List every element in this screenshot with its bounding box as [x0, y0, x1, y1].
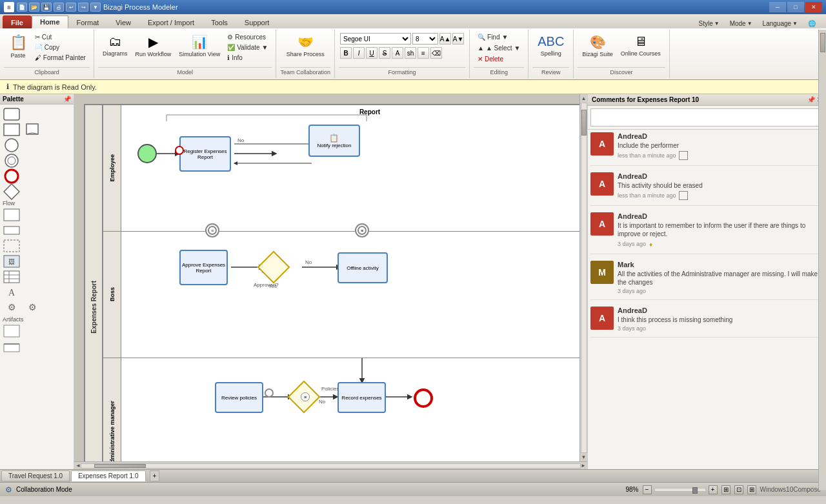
image-shape[interactable]: 🖼 [3, 254, 21, 268]
h-scrollbar-track[interactable] [81, 463, 581, 469]
zoom-slider-track[interactable] [654, 488, 706, 492]
new-btn[interactable]: 📄 [17, 3, 27, 12]
tab-tools[interactable]: Tools [203, 15, 236, 28]
align-btn[interactable]: ≡ [418, 47, 429, 59]
offline-activity-task[interactable]: Offline activity [337, 252, 388, 283]
eraser-btn[interactable]: ⌫ [430, 47, 442, 59]
comments-scrollbar[interactable] [818, 30, 826, 490]
diamond-shape[interactable] [3, 185, 21, 199]
approved-gateway[interactable] [257, 251, 290, 284]
style-btn[interactable]: Style ▼ [696, 19, 721, 28]
redo-btn[interactable]: ↪ [78, 3, 88, 12]
circle-outline-shape[interactable] [3, 154, 21, 168]
flow-shape1[interactable] [3, 208, 21, 222]
record-expenses-task[interactable]: Record expenses [337, 382, 386, 413]
validate-btn[interactable]: ✅ Validate ▼ [225, 43, 270, 52]
comments-pin-icon[interactable]: 📌 [807, 96, 815, 103]
tab-format[interactable]: Format [68, 15, 108, 28]
grid-btn[interactable]: ⊞ [747, 485, 756, 494]
flow-shape3[interactable] [3, 239, 21, 253]
end-event-shape[interactable] [3, 169, 21, 183]
register-task[interactable]: Register Expenses Report [179, 136, 231, 172]
tab-home[interactable]: Home [32, 15, 68, 28]
circle-shape[interactable] [3, 138, 21, 152]
minimize-btn[interactable]: ─ [769, 2, 786, 12]
scroll-left-arrow[interactable]: ◄ [76, 463, 81, 469]
text-shape[interactable]: A [3, 285, 21, 299]
font-select[interactable]: Segoe UI [340, 33, 411, 45]
shadow-btn[interactable]: sh [405, 47, 416, 59]
vertical-scrollbar[interactable]: ▲ ▼ [579, 94, 587, 461]
h-scrollbar-thumb[interactable] [94, 464, 146, 468]
zoom-in-btn[interactable]: + [709, 485, 718, 494]
bizagi-suite-btn[interactable]: 🎨 Bizagi Suite [579, 32, 616, 59]
font-color-btn[interactable]: A [392, 47, 403, 59]
copy-btn[interactable]: 📄 Copy [32, 43, 88, 52]
print-btn[interactable]: 🖨 [54, 3, 64, 12]
spelling-btn[interactable]: ABC Spelling [534, 32, 567, 59]
canvas-scroll-area[interactable]: Expenses Report Employee [74, 94, 579, 461]
review-policies-task[interactable]: Review policies [215, 382, 263, 413]
table-shape[interactable] [3, 270, 21, 284]
gear-shape2[interactable]: ⚙ [23, 301, 41, 315]
zoom-out-btn[interactable]: − [643, 485, 652, 494]
zoom-slider-thumb[interactable] [692, 487, 698, 494]
simulation-view-btn[interactable]: 📊 Simulation View [176, 32, 223, 59]
scroll-down-arrow[interactable]: ▼ [581, 454, 587, 460]
customize-btn[interactable]: ▼ [90, 3, 101, 12]
rect-shape[interactable] [3, 123, 21, 137]
palette-pin-icon[interactable]: 📌 [63, 96, 71, 103]
tab-view[interactable]: View [107, 15, 139, 28]
horizontal-scrollbar[interactable]: ◄ ► [74, 461, 587, 469]
tab-export-import[interactable]: Export / Import [139, 15, 203, 28]
strike-btn[interactable]: S [379, 47, 390, 59]
comments-scroll-thumb[interactable] [820, 33, 825, 52]
run-workflow-btn[interactable]: ▶ Run Workflow [132, 32, 174, 59]
undo-btn[interactable]: ↩ [66, 3, 76, 12]
maximize-btn[interactable]: □ [787, 2, 804, 12]
select-btn[interactable]: ▲ ▲ Select ▼ [475, 43, 523, 53]
flow-shape2[interactable] [3, 223, 21, 237]
actual-size-btn[interactable]: ⊡ [734, 485, 743, 494]
tab-travel-request[interactable]: Travel Request 1.0 [1, 470, 70, 481]
comment-checkbox-2[interactable] [679, 191, 688, 200]
bold-btn[interactable]: B [340, 47, 352, 59]
close-btn[interactable]: ✕ [805, 2, 822, 12]
scroll-right-arrow[interactable]: ► [581, 463, 586, 469]
find-btn[interactable]: 🔍 Find ▼ [475, 32, 510, 42]
cut-btn[interactable]: ✂ Cut [32, 32, 88, 42]
italic-btn[interactable]: I [353, 47, 365, 59]
delete-btn[interactable]: ✕ Delete [475, 54, 506, 64]
diagrams-btn[interactable]: 🗂 Diagrams [99, 32, 131, 59]
scrollbar-thumb[interactable] [581, 110, 587, 136]
tab-support[interactable]: Support [236, 15, 278, 28]
scroll-up-arrow[interactable]: ▲ [581, 96, 587, 101]
comment-checkbox-1[interactable] [679, 151, 688, 160]
new-tab-btn[interactable]: + [150, 470, 160, 481]
font-decrease-btn[interactable]: A▼ [452, 33, 464, 45]
doc-shape[interactable] [23, 123, 41, 137]
tab-file[interactable]: File [3, 15, 32, 28]
share-process-btn[interactable]: 🤝 Share Process [283, 32, 328, 59]
mode-btn[interactable]: Mode ▼ [727, 19, 755, 28]
underline-btn[interactable]: U [366, 47, 378, 59]
notify-rejection-task[interactable]: 📋 Notify rejection [308, 125, 360, 157]
paste-btn[interactable]: 📋 Paste [5, 32, 31, 61]
help-btn[interactable]: 🌐 [805, 19, 818, 28]
comment-input[interactable] [590, 108, 823, 126]
fit-page-btn[interactable]: ⊞ [721, 485, 730, 494]
gear-shape[interactable]: ⚙ [3, 301, 21, 315]
online-courses-btn[interactable]: 🖥 Online Courses [618, 32, 664, 59]
resources-btn[interactable]: ⚙ Resources [225, 32, 270, 42]
approve-task[interactable]: Approve Expenses Report [179, 250, 228, 285]
scrollbar-track[interactable] [581, 103, 587, 453]
language-btn[interactable]: Language ▼ [760, 19, 800, 28]
font-increase-btn[interactable]: A▲ [439, 33, 451, 45]
format-painter-btn[interactable]: 🖌 Format Painter [32, 53, 88, 63]
tab-expenses-report[interactable]: Expenses Report 1.0 [71, 470, 145, 481]
info-btn[interactable]: ℹ Info [225, 53, 270, 63]
open-btn[interactable]: 📂 [29, 3, 39, 12]
rounded-rect-shape[interactable] [3, 107, 21, 121]
artifact-shape2[interactable] [3, 339, 21, 354]
artifact-shape1[interactable] [3, 324, 21, 338]
